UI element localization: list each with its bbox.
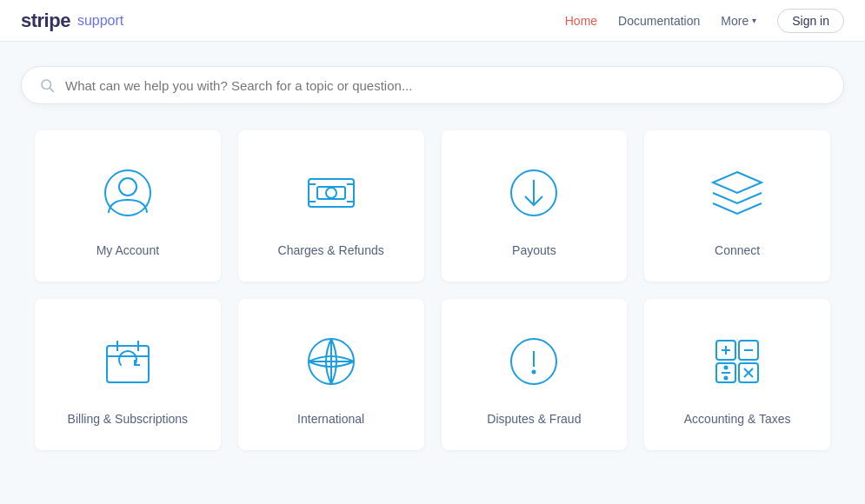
navbar: stripe support Home Documentation More ▾… xyxy=(0,0,865,42)
more-label: More xyxy=(721,14,749,28)
card-payouts[interactable]: Payouts xyxy=(442,130,628,282)
card-disputes-fraud[interactable]: Disputes & Fraud xyxy=(442,299,628,450)
card-my-account[interactable]: My Account xyxy=(35,130,221,282)
sign-in-button[interactable]: Sign in xyxy=(777,9,844,33)
stripe-logo: stripe xyxy=(21,10,70,32)
svg-point-23 xyxy=(533,371,536,374)
cards-grid-section: My Account Charges & Refunds xyxy=(0,122,865,476)
payouts-icon xyxy=(499,158,569,228)
card-my-account-label: My Account xyxy=(96,243,159,257)
nav-link-home[interactable]: Home xyxy=(565,14,597,28)
cards-grid: My Account Charges & Refunds xyxy=(35,130,830,450)
card-accounting-taxes[interactable]: Accounting & Taxes xyxy=(644,299,830,450)
nav-links: Home Documentation More ▾ Sign in xyxy=(565,9,844,33)
card-disputes-fraud-label: Disputes & Fraud xyxy=(487,412,581,426)
svg-point-2 xyxy=(105,170,150,216)
search-input[interactable] xyxy=(65,78,826,93)
card-payouts-label: Payouts xyxy=(512,243,556,257)
svg-point-3 xyxy=(119,178,136,196)
my-account-icon xyxy=(93,158,163,228)
svg-marker-13 xyxy=(713,172,762,193)
nav-more-dropdown[interactable]: More ▾ xyxy=(721,14,756,28)
svg-point-6 xyxy=(326,188,336,198)
accounting-taxes-icon xyxy=(702,327,772,396)
support-label: support xyxy=(77,13,123,29)
svg-rect-4 xyxy=(309,179,354,207)
card-international-label: International xyxy=(297,412,364,426)
search-section xyxy=(0,42,865,122)
billing-subscriptions-icon xyxy=(93,327,163,396)
card-charges-refunds[interactable]: Charges & Refunds xyxy=(238,130,424,282)
card-billing-subscriptions[interactable]: Billing & Subscriptions xyxy=(35,299,221,450)
card-connect-label: Connect xyxy=(715,243,760,257)
disputes-fraud-icon xyxy=(499,327,569,396)
card-billing-subscriptions-label: Billing & Subscriptions xyxy=(68,412,189,426)
nav-link-documentation[interactable]: Documentation xyxy=(618,14,700,28)
search-bar xyxy=(21,66,844,104)
card-connect[interactable]: Connect xyxy=(644,130,830,282)
connect-icon xyxy=(702,158,772,228)
svg-point-31 xyxy=(725,367,728,369)
nav-brand-area: stripe support xyxy=(21,10,123,32)
chevron-down-icon: ▾ xyxy=(752,16,756,25)
charges-refunds-icon xyxy=(296,158,366,228)
card-accounting-taxes-label: Accounting & Taxes xyxy=(684,412,791,426)
card-charges-refunds-label: Charges & Refunds xyxy=(278,243,384,257)
svg-point-32 xyxy=(725,377,728,380)
svg-line-1 xyxy=(50,88,53,91)
search-icon xyxy=(39,77,55,93)
card-international[interactable]: International xyxy=(238,299,424,450)
svg-rect-5 xyxy=(317,187,345,199)
international-icon xyxy=(296,327,366,396)
